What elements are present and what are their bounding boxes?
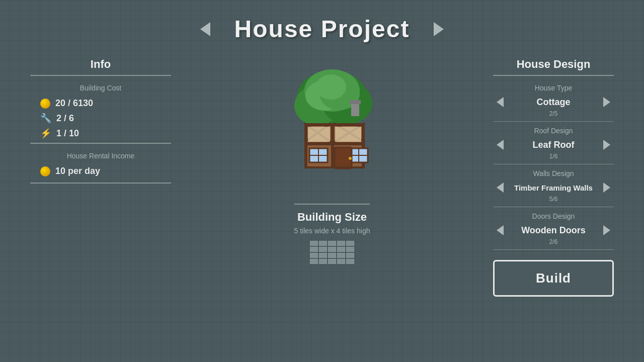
rental-coin-icon (40, 166, 50, 176)
house-type-next-icon (603, 97, 610, 107)
building-size-grid (294, 241, 370, 264)
design-main-divider (493, 75, 614, 76)
roof-design-count: 1/6 (493, 153, 614, 160)
house-type-divider (493, 121, 614, 122)
tile (319, 253, 327, 258)
cost-gold-value: 20 / 6130 (55, 98, 93, 109)
walls-design-count: 5/6 (493, 196, 614, 203)
house-type-next-button[interactable] (600, 95, 614, 109)
building-size-title: Building Size (294, 211, 370, 224)
info-panel: Info Building Cost 20 / 6130 🔧 2 / 6 ⚡ 1… (20, 53, 181, 344)
tile (319, 259, 327, 264)
tile (346, 241, 354, 246)
cost-lightning-row: ⚡ 1 / 10 (30, 128, 171, 139)
house-type-section: House Type Cottage 2/5 (493, 84, 614, 117)
building-size-section: Building Size 5 tiles wide x 4 tiles hig… (294, 204, 370, 264)
tile (328, 247, 336, 252)
cost-gold-row: 20 / 6130 (30, 98, 171, 109)
svg-rect-29 (304, 166, 365, 168)
doors-design-value: Wooden Doors (507, 225, 600, 236)
rental-label: House Rental Income (30, 152, 171, 160)
tile (310, 241, 318, 246)
roof-design-prev-icon (497, 140, 504, 150)
tile (328, 259, 336, 264)
roof-design-divider (493, 164, 614, 164)
walls-design-prev-button[interactable] (493, 180, 507, 195)
house-type-value: Cottage (507, 97, 600, 108)
doors-design-divider (493, 249, 614, 250)
rental-row: 10 per day (30, 166, 171, 176)
house-type-prev-button[interactable] (493, 95, 507, 109)
roof-design-prev-button[interactable] (493, 138, 507, 152)
next-arrow-icon (434, 22, 444, 36)
cost-wood-row: 🔧 2 / 6 (30, 113, 171, 124)
tile (337, 247, 345, 252)
tile (328, 253, 336, 258)
tile (346, 253, 354, 258)
coin-icon (40, 99, 50, 109)
wrench-icon: 🔧 (40, 113, 51, 124)
doors-design-count: 2/6 (493, 238, 614, 245)
doors-design-label: Doors Design (493, 212, 614, 220)
doors-design-next-icon (603, 225, 610, 235)
house-svg (277, 68, 387, 178)
roof-design-selector: Leaf Roof (493, 138, 614, 152)
walls-design-next-button[interactable] (600, 180, 614, 195)
svg-rect-12 (331, 123, 334, 168)
house-type-count: 2/5 (493, 110, 614, 117)
svg-rect-7 (351, 102, 359, 116)
tile (319, 247, 327, 252)
prev-arrow-icon (200, 22, 210, 36)
walls-design-label: Walls Design (493, 169, 614, 177)
roof-design-next-button[interactable] (600, 138, 614, 152)
tile (337, 259, 345, 264)
rental-divider (30, 183, 171, 184)
building-cost-label: Building Cost (30, 84, 171, 92)
tile (310, 259, 318, 264)
tile (310, 253, 318, 258)
tile (346, 259, 354, 264)
walls-design-value: Timber Framing Walls (507, 184, 600, 192)
main-content: Info Building Cost 20 / 6130 🔧 2 / 6 ⚡ 1… (0, 43, 644, 354)
cost-lightning-value: 1 / 10 (56, 128, 79, 139)
doors-design-prev-icon (497, 225, 504, 235)
svg-rect-20 (335, 127, 361, 142)
house-type-label: House Type (493, 84, 614, 92)
info-title: Info (30, 58, 171, 71)
page-title: House Project (234, 15, 410, 43)
design-panel: House Design House Type Cottage 2/5 Roof… (483, 53, 624, 344)
walls-design-divider (493, 207, 614, 207)
center-panel: Building Size 5 tiles wide x 4 tiles hig… (181, 53, 483, 344)
lightning-icon: ⚡ (40, 128, 51, 139)
design-title: House Design (493, 58, 614, 71)
header: House Project (0, 0, 644, 43)
prev-arrow-button[interactable] (196, 20, 214, 38)
build-button[interactable]: Build (493, 260, 614, 297)
tile (337, 253, 345, 258)
rental-value: 10 per day (55, 166, 100, 176)
walls-design-prev-icon (497, 183, 504, 193)
cost-divider (30, 143, 171, 144)
roof-design-value: Leaf Roof (507, 140, 600, 150)
svg-point-6 (316, 74, 346, 100)
roof-design-next-icon (603, 140, 610, 150)
tile (346, 247, 354, 252)
cost-wood-value: 2 / 6 (56, 113, 74, 124)
info-divider (30, 75, 171, 76)
roof-design-label: Roof Design (493, 127, 614, 135)
tile (337, 241, 345, 246)
tile (319, 241, 327, 246)
tile (328, 241, 336, 246)
walls-design-next-icon (603, 183, 610, 193)
tile (310, 247, 318, 252)
svg-rect-19 (308, 127, 330, 142)
doors-design-prev-button[interactable] (493, 223, 507, 237)
svg-rect-8 (350, 100, 361, 104)
house-type-selector: Cottage (493, 95, 614, 109)
walls-design-selector: Timber Framing Walls (493, 180, 614, 195)
svg-point-28 (349, 157, 352, 160)
doors-design-next-button[interactable] (600, 223, 614, 237)
house-type-prev-icon (497, 97, 504, 107)
next-arrow-button[interactable] (430, 20, 448, 38)
building-size-divider-top (294, 204, 370, 205)
